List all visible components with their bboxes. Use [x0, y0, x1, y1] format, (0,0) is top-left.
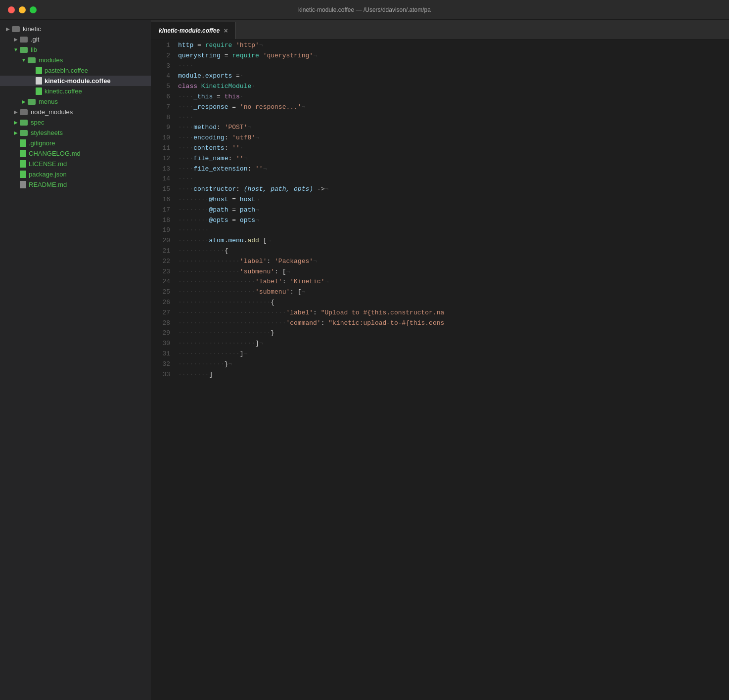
line-number: 11: [151, 143, 170, 154]
sidebar-item-label: node_modules: [31, 108, 73, 116]
line-number: 5: [151, 82, 170, 92]
file-icon: [36, 88, 42, 95]
code-line: ····················'label': 'Kinetic'¬: [178, 277, 729, 287]
sidebar-item-node-modules[interactable]: ▶ node_modules: [0, 107, 151, 117]
editor-area: kinetic-module.coffee × 1234567891011121…: [151, 20, 729, 700]
sidebar-item-label: modules: [39, 56, 63, 64]
sidebar-item-kinetic[interactable]: kinetic.coffee: [0, 86, 151, 96]
code-line: module.exports =·: [178, 71, 729, 82]
window-controls[interactable]: [8, 6, 37, 13]
file-icon: [20, 150, 26, 157]
sidebar: ▶ kinetic ▶ .git ▼ lib ▼ modules: [0, 20, 151, 700]
line-number: 33: [151, 370, 170, 380]
folder-icon: [20, 37, 28, 43]
code-editor[interactable]: 1234567891011121314151617181920212223242…: [151, 40, 729, 700]
sidebar-item-label: LICENSE.md: [29, 160, 67, 168]
sidebar-item-readme[interactable]: README.md: [0, 179, 151, 190]
sidebar-item-label: kinetic.coffee: [45, 88, 82, 95]
code-line: ····contents: ''·: [178, 143, 729, 154]
sidebar-item-license[interactable]: LICENSE.md: [0, 159, 151, 169]
expand-arrow: ▶: [4, 26, 12, 32]
sidebar-item-label: lib: [31, 46, 37, 53]
titlebar: kinetic-module.coffee — /Users/ddavison/…: [0, 0, 729, 20]
code-line: ····file_extension: ''¬: [178, 164, 729, 175]
folder-icon: [20, 120, 28, 126]
code-line: ········@path = path¬: [178, 205, 729, 216]
sidebar-item-label: kinetic: [23, 25, 41, 33]
code-line: class KineticModule·: [178, 82, 729, 92]
sidebar-item-menus[interactable]: ▶ menus: [0, 96, 151, 107]
line-number: 19: [151, 225, 170, 236]
sidebar-item-label: menus: [39, 98, 58, 105]
line-number: 15: [151, 184, 170, 195]
sidebar-item-label: CHANGELOG.md: [29, 150, 81, 157]
sidebar-item-changelog[interactable]: CHANGELOG.md: [0, 148, 151, 159]
maximize-button[interactable]: [30, 6, 37, 13]
code-line: ········: [178, 225, 729, 236]
code-line: ····method: 'POST'¬: [178, 123, 729, 133]
code-line: ················'submenu': [¬: [178, 267, 729, 277]
code-line: ························{: [178, 298, 729, 308]
sidebar-item-label: package.json: [29, 171, 67, 178]
line-number: 32: [151, 359, 170, 370]
sidebar-item-pastebin[interactable]: pastebin.coffee: [0, 65, 151, 76]
file-icon: [20, 171, 26, 178]
sidebar-item-label: kinetic-module.coffee: [45, 77, 111, 85]
sidebar-item-stylesheets[interactable]: ▶ stylesheets: [0, 128, 151, 138]
sidebar-item-label: pastebin.coffee: [45, 67, 88, 74]
sidebar-item-git[interactable]: ▶ .git: [0, 34, 151, 44]
code-line: ····_this = this·: [178, 92, 729, 102]
line-number: 8: [151, 113, 170, 123]
file-icon: [20, 160, 26, 168]
folder-open-icon: [20, 47, 28, 53]
tab-label: kinetic-module.coffee: [159, 27, 220, 34]
sidebar-item-label: README.md: [29, 181, 67, 188]
code-line: ····: [178, 174, 729, 184]
code-line: ················]¬: [178, 349, 729, 359]
line-number: 31: [151, 349, 170, 359]
sidebar-item-package[interactable]: package.json: [0, 169, 151, 179]
sidebar-item-spec[interactable]: ▶ spec: [0, 117, 151, 128]
sidebar-item-label: spec: [31, 119, 44, 126]
tab-close-button[interactable]: ×: [224, 27, 228, 34]
line-number: 29: [151, 328, 170, 339]
line-number: 10: [151, 133, 170, 143]
line-number: 9: [151, 123, 170, 133]
line-number: 7: [151, 102, 170, 113]
file-icon: [20, 139, 26, 147]
code-line: ········@opts = opts¬: [178, 216, 729, 226]
sidebar-item-lib[interactable]: ▼ lib: [0, 44, 151, 55]
code-line: querystring = require 'querystring'¬: [178, 51, 729, 61]
sidebar-item-gitignore[interactable]: .gitignore: [0, 138, 151, 148]
line-number: 26: [151, 298, 170, 308]
line-number: 23: [151, 267, 170, 277]
code-line: ····························'command': "…: [178, 318, 729, 329]
sidebar-root-folder[interactable]: ▶ kinetic: [0, 24, 151, 34]
expand-arrow: ▼: [12, 47, 20, 52]
code-line: ················'label': 'Packages'¬: [178, 257, 729, 267]
code-line: ····: [178, 113, 729, 123]
line-number: 18: [151, 216, 170, 226]
code-line: ········@host = host¬: [178, 195, 729, 205]
file-icon: [36, 67, 42, 74]
code-line: http = require 'http'¬: [178, 41, 729, 51]
line-number: 3: [151, 61, 170, 72]
code-line: ····_response = 'no response...'¬: [178, 102, 729, 113]
folder-icon: [12, 26, 20, 32]
code-line: ····file_name: ''¬: [178, 154, 729, 164]
file-grid-icon: [20, 181, 26, 188]
sidebar-item-kinetic-module[interactable]: kinetic-module.coffee: [0, 76, 151, 86]
close-button[interactable]: [8, 6, 15, 13]
code-content[interactable]: http = require 'http'¬querystring = requ…: [178, 40, 729, 700]
line-number: 14: [151, 174, 170, 184]
expand-arrow: ▶: [12, 120, 20, 125]
minimize-button[interactable]: [19, 6, 26, 13]
folder-icon: [28, 99, 36, 105]
line-number: 20: [151, 236, 170, 246]
line-number: 2: [151, 51, 170, 61]
tab-kinetic-module[interactable]: kinetic-module.coffee ×: [151, 22, 236, 39]
sidebar-item-modules[interactable]: ▼ modules: [0, 55, 151, 65]
sidebar-item-label: .git: [31, 36, 39, 43]
line-number: 17: [151, 205, 170, 216]
expand-arrow: ▶: [20, 99, 28, 104]
